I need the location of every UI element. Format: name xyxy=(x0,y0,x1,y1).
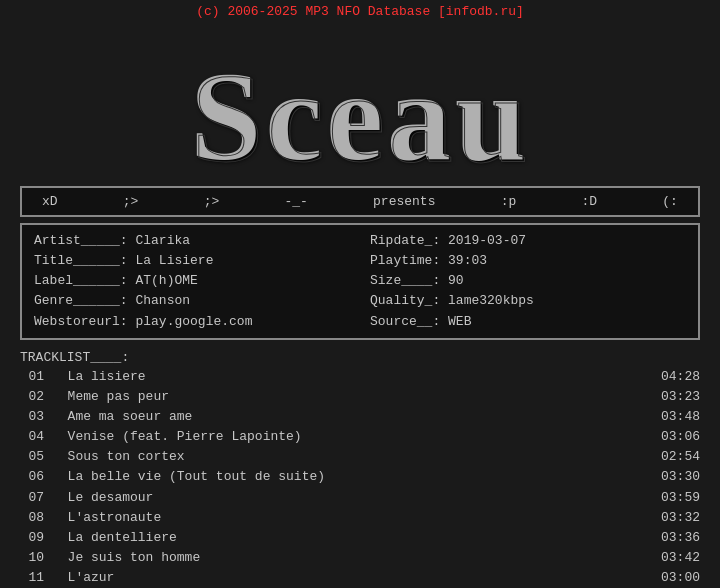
track-duration: 03:30 xyxy=(661,467,700,487)
track-duration: 02:54 xyxy=(661,447,700,467)
track-number: 01 xyxy=(20,367,44,387)
track-duration: 03:32 xyxy=(661,508,700,528)
track-title: Sous ton cortex xyxy=(52,447,185,467)
label-line: Label______: AT(h)OME xyxy=(34,271,350,291)
track-row: 10 Je suis ton homme03:42 xyxy=(20,548,700,568)
artist-line: Artist_____: Clarika xyxy=(34,231,350,251)
track-row: 04 Venise (feat. Pierre Lapointe)03:06 xyxy=(20,427,700,447)
presents-item-2: ;> xyxy=(123,194,139,209)
info-left: Artist_____: Clarika Title______: La Lis… xyxy=(34,231,350,332)
track-number: 03 xyxy=(20,407,44,427)
genre-line: Genre______: Chanson xyxy=(34,291,350,311)
track-title: Meme pas peur xyxy=(52,387,169,407)
track-row: 05 Sous ton cortex02:54 xyxy=(20,447,700,467)
track-number: 07 xyxy=(20,488,44,508)
track-number: 06 xyxy=(20,467,44,487)
track-duration: 03:36 xyxy=(661,528,700,548)
presents-item-4: -_- xyxy=(284,194,307,209)
ripdate-line: Ripdate_: 2019-03-07 xyxy=(370,231,686,251)
title-line: Title______: La Lisiere xyxy=(34,251,350,271)
track-title: Ame ma soeur ame xyxy=(52,407,192,427)
track-title: Je suis ton homme xyxy=(52,548,200,568)
playtime-line: Playtime: 39:03 xyxy=(370,251,686,271)
quality-line: Quality_: lame320kbps xyxy=(370,291,686,311)
track-title: La dentelliere xyxy=(52,528,177,548)
presents-label: presents xyxy=(373,194,435,209)
track-title: La belle vie (Tout tout de suite) xyxy=(52,467,325,487)
track-duration: 03:23 xyxy=(661,387,700,407)
webstore-line: Webstoreurl: play.google.com xyxy=(34,312,350,332)
track-row: 02 Meme pas peur03:23 xyxy=(20,387,700,407)
track-row: 11 L'azur03:00 xyxy=(20,568,700,588)
track-number: 10 xyxy=(20,548,44,568)
track-title: Le desamour xyxy=(52,488,153,508)
track-title: La lisiere xyxy=(52,367,146,387)
track-duration: 03:06 xyxy=(661,427,700,447)
logo-area: Sceau Sceau xyxy=(0,21,720,186)
track-row: 01 La lisiere04:28 xyxy=(20,367,700,387)
track-duration: 03:00 xyxy=(661,568,700,588)
track-number: 09 xyxy=(20,528,44,548)
track-duration: 03:59 xyxy=(661,488,700,508)
presents-item-3: ;> xyxy=(204,194,220,209)
size-line: Size____: 90 xyxy=(370,271,686,291)
source-line: Source__: WEB xyxy=(370,312,686,332)
track-title: Venise (feat. Pierre Lapointe) xyxy=(52,427,302,447)
track-duration: 03:48 xyxy=(661,407,700,427)
track-duration: 03:42 xyxy=(661,548,700,568)
track-row: 07 Le desamour03:59 xyxy=(20,488,700,508)
tracklist-section: TRACKLIST____: 01 La lisiere04:2802 Meme… xyxy=(20,350,700,588)
track-row: 03 Ame ma soeur ame03:48 xyxy=(20,407,700,427)
presents-item-6: :D xyxy=(581,194,597,209)
track-number: 08 xyxy=(20,508,44,528)
top-credit: (c) 2006-2025 MP3 NFO Database [infodb.r… xyxy=(0,0,720,21)
track-title: L'azur xyxy=(52,568,114,588)
track-number: 04 xyxy=(20,427,44,447)
track-row: 08 L'astronaute03:32 xyxy=(20,508,700,528)
track-number: 02 xyxy=(20,387,44,407)
track-title: L'astronaute xyxy=(52,508,161,528)
presents-bar: xD ;> ;> -_- presents :p :D (: xyxy=(20,186,700,217)
track-row: 09 La dentelliere03:36 xyxy=(20,528,700,548)
presents-item-1: xD xyxy=(42,194,58,209)
track-number: 11 xyxy=(20,568,44,588)
tracklist-header: TRACKLIST____: xyxy=(20,350,700,365)
presents-item-7: (: xyxy=(662,194,678,209)
track-number: 05 xyxy=(20,447,44,467)
info-right: Ripdate_: 2019-03-07 Playtime: 39:03 Siz… xyxy=(350,231,686,332)
track-duration: 04:28 xyxy=(661,367,700,387)
info-box: Artist_____: Clarika Title______: La Lis… xyxy=(20,223,700,340)
svg-text:Sceau: Sceau xyxy=(192,47,532,176)
tracks-container: 01 La lisiere04:2802 Meme pas peur03:230… xyxy=(20,367,700,588)
track-row: 06 La belle vie (Tout tout de suite)03:3… xyxy=(20,467,700,487)
presents-item-5: :p xyxy=(501,194,517,209)
